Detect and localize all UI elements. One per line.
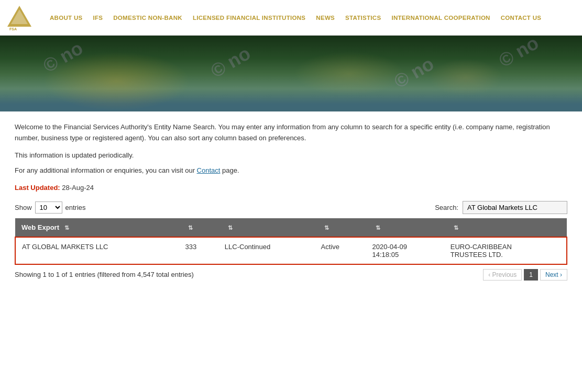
sort-icon-6: ⇅ [454, 225, 458, 231]
search-label: Search: [435, 204, 458, 211]
nav-intl-coop[interactable]: INTERNATIONAL COOPERATION [386, 15, 495, 21]
pagination: ‹ Previous 1 Next › [483, 269, 567, 281]
cell-date: 2020-04-09 14:18:05 [366, 237, 444, 264]
contact-text-after: page. [220, 166, 239, 174]
cell-status: Active [315, 237, 366, 264]
show-label: Show [15, 204, 32, 211]
table-header-row: Web Export ⇅ ⇅ ⇅ ⇅ ⇅ ⇅ [15, 218, 567, 237]
table-row: AT GLOBAL MARKETS LLC 333 LLC-Continued … [15, 237, 567, 264]
sort-icon-5: ⇅ [376, 225, 380, 231]
cell-type: LLC-Continued [218, 237, 315, 264]
page-1-button[interactable]: 1 [524, 269, 538, 281]
updated-notice: This information is updated periodically… [15, 151, 567, 159]
entries-select[interactable]: 10 25 50 100 [35, 201, 62, 214]
hero-image: © no © no © no © no [0, 36, 582, 111]
col-web-export[interactable]: Web Export ⇅ [15, 218, 179, 237]
col-3[interactable]: ⇅ [218, 218, 315, 237]
nav-domestic-non-bank[interactable]: DOMESTIC NON-BANK [108, 15, 188, 21]
col-2[interactable]: ⇅ [179, 218, 218, 237]
navigation: FSA ABOUT US IFS DOMESTIC NON-BANK LICEN… [0, 0, 582, 36]
intro-paragraph: Welcome to the Financial Services Author… [15, 122, 567, 144]
nav-contact-us[interactable]: CONTACT US [496, 15, 547, 21]
contact-paragraph: For any additional information or enquir… [15, 166, 567, 174]
last-updated: Last Updated: 28-Aug-24 [15, 184, 567, 192]
col-5[interactable]: ⇅ [366, 218, 444, 237]
last-updated-label: Last Updated: [15, 184, 60, 192]
last-updated-value: 28-Aug-24 [60, 184, 94, 192]
showing-entries: Showing 1 to 1 of 1 entries (filtered fr… [15, 271, 194, 278]
sort-icon-3: ⇅ [228, 225, 233, 231]
main-content: Welcome to the Financial Services Author… [0, 111, 582, 291]
sort-icon-4: ⇅ [324, 225, 329, 231]
svg-text:FSA: FSA [9, 27, 17, 31]
col-4[interactable]: ⇅ [315, 218, 366, 237]
table-controls: Show 10 25 50 100 entries Search: [15, 201, 567, 214]
search-input[interactable] [463, 201, 567, 214]
nav-ifs[interactable]: IFS [87, 15, 108, 21]
sort-icon-1: ⇅ [64, 225, 69, 231]
cell-agent: EURO-CARIBBEAN TRUSTEES LTD. [444, 237, 567, 264]
logo[interactable]: FSA [5, 3, 37, 32]
entries-label: entries [65, 204, 86, 211]
nav-licensed-fi[interactable]: LICENSED FINANCIAL INSTITUTIONS [188, 15, 311, 21]
previous-button[interactable]: ‹ Previous [483, 269, 522, 281]
show-entries: Show 10 25 50 100 entries [15, 201, 86, 214]
cell-name: AT GLOBAL MARKETS LLC [15, 237, 179, 264]
nav-news[interactable]: NEWS [311, 15, 340, 21]
nav-about-us[interactable]: ABOUT US [45, 15, 87, 21]
search-box: Search: [435, 201, 567, 214]
col-6[interactable]: ⇅ [444, 218, 567, 237]
next-button[interactable]: Next › [540, 269, 567, 281]
sort-icon-2: ⇅ [188, 225, 193, 231]
nav-links: ABOUT US IFS DOMESTIC NON-BANK LICENSED … [45, 15, 577, 21]
data-table: Web Export ⇅ ⇅ ⇅ ⇅ ⇅ ⇅ [15, 218, 567, 265]
nav-statistics[interactable]: STATISTICS [340, 15, 386, 21]
contact-link[interactable]: Contact [197, 166, 221, 174]
table-footer: Showing 1 to 1 of 1 entries (filtered fr… [15, 269, 567, 281]
cell-reg-num: 333 [179, 237, 218, 264]
contact-text-before: For any additional information or enquir… [15, 166, 197, 174]
